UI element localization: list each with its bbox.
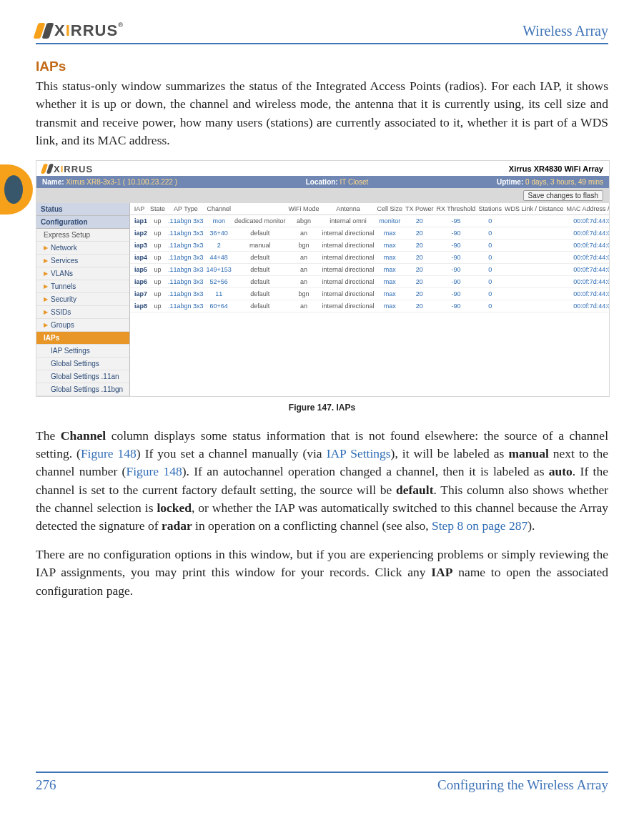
table-cell: internal directional	[320, 263, 375, 275]
expand-icon: ▶	[44, 257, 48, 264]
table-cell: default	[233, 227, 287, 239]
table-cell: 0	[477, 275, 503, 287]
uptime-value: 0 days, 3 hours, 49 mins	[525, 178, 603, 186]
table-cell: internal omni	[320, 215, 375, 227]
table-cell: max	[375, 263, 404, 275]
sidebar-item[interactable]: ▶VLANs	[36, 267, 129, 280]
table-cell: default	[233, 275, 287, 287]
iap-link[interactable]: iap3	[130, 239, 149, 251]
table-cell: an	[287, 227, 320, 239]
iap-settings-link[interactable]: IAP Settings	[327, 446, 391, 460]
figure-caption: Figure 147. IAPs	[36, 403, 608, 413]
iap-link[interactable]: iap7	[130, 287, 149, 300]
sidebar-item-label: Global Settings .11bgn	[51, 385, 123, 393]
table-cell: .11abgn 3x3	[167, 287, 205, 300]
table-cell: up	[149, 215, 167, 227]
table-cell	[503, 287, 565, 300]
table-cell: internal directional	[320, 251, 375, 263]
no-config-paragraph: There are no configuration options in th…	[36, 546, 608, 600]
logo-mark-icon	[42, 164, 52, 174]
table-cell	[503, 251, 565, 263]
table-cell: 00:0f:7d:44:03:21	[565, 239, 609, 251]
figure-148-link[interactable]: Figure 148	[126, 464, 182, 478]
table-cell: an	[287, 251, 320, 263]
name-label: Name:	[42, 178, 64, 186]
table-cell: -90	[435, 239, 477, 251]
sidebar-item[interactable]: Global Settings	[36, 358, 129, 370]
save-changes-button[interactable]: Save changes to flash	[523, 190, 603, 201]
sidebar-header-status[interactable]: Status	[36, 203, 129, 216]
expand-icon: ▶	[44, 309, 48, 315]
table-cell: max	[375, 227, 404, 239]
expand-icon: ▶	[44, 322, 48, 328]
table-column-header: Channel	[205, 203, 233, 215]
iap-link[interactable]: iap5	[130, 263, 149, 275]
table-cell: .11abgn 3x3	[167, 227, 205, 239]
table-cell: 00:0f:7d:44:03:01	[565, 215, 609, 227]
table-column-header: MAC Address / BSSID	[565, 203, 609, 215]
iap-link[interactable]: iap4	[130, 251, 149, 263]
table-cell: 44+48	[205, 251, 233, 263]
table-cell: -90	[435, 251, 477, 263]
table-cell: internal directional	[320, 287, 375, 300]
table-cell: up	[149, 287, 167, 300]
table-column-header: Cell Size	[375, 203, 404, 215]
table-cell: .11abgn 3x3	[167, 275, 205, 287]
sidebar-item[interactable]: Global Settings .11an	[36, 370, 129, 383]
table-cell: -90	[435, 227, 477, 239]
sidebar-item[interactable]: ▶Groups	[36, 319, 129, 332]
table-cell: 20	[404, 239, 435, 251]
step-8-link[interactable]: Step 8 on page 287	[432, 518, 527, 533]
sidebar-item[interactable]: ▶Services	[36, 255, 129, 267]
table-cell: max	[375, 300, 404, 312]
table-cell: internal directional	[320, 227, 375, 239]
iap-link[interactable]: iap2	[130, 227, 149, 239]
table-cell: manual	[233, 239, 287, 251]
sidebar-item-label: IAP Settings	[51, 347, 90, 355]
sidebar-item-label: IAPs	[44, 334, 59, 342]
sidebar-item-label: Services	[51, 257, 78, 265]
table-cell	[503, 215, 565, 227]
name-value[interactable]: Xirrus XR8-3x3-1 ( 10.100.23.222 )	[66, 178, 177, 186]
table-cell	[503, 227, 565, 239]
table-cell: 0	[477, 263, 503, 275]
sidebar-item[interactable]: ▶Security	[36, 293, 129, 306]
table-row: iap5up.11abgn 3x3149+153defaultaninterna…	[130, 263, 609, 275]
sidebar-item[interactable]: ▶Tunnels	[36, 280, 129, 293]
sidebar-item[interactable]: IAPs	[36, 332, 129, 345]
sidebar-item[interactable]: IAP Settings	[36, 345, 129, 358]
sidebar-header-config[interactable]: Configuration	[36, 216, 129, 229]
table-cell: 0	[477, 251, 503, 263]
table-column-header: IAP	[130, 203, 149, 215]
location-value[interactable]: IT Closet	[340, 178, 368, 186]
iap-link[interactable]: iap1	[130, 215, 149, 227]
table-cell: an	[287, 275, 320, 287]
sidebar-item-label: Network	[51, 244, 77, 252]
table-cell: -95	[435, 215, 477, 227]
sidebar-item-label: Global Settings .11an	[51, 373, 119, 380]
iap-link[interactable]: iap6	[130, 275, 149, 287]
table-cell: up	[149, 251, 167, 263]
table-cell	[503, 275, 565, 287]
table-cell: internal directional	[320, 275, 375, 287]
table-row: iap7up.11abgn 3x311defaultbgninternal di…	[130, 287, 609, 300]
page-number: 276	[36, 777, 56, 793]
expand-icon: ▶	[44, 245, 48, 251]
figure-148-link[interactable]: Figure 148	[81, 446, 137, 460]
table-cell: 00:0f:7d:44:03:11	[565, 227, 609, 239]
sidebar-item[interactable]: Express Setup	[36, 229, 129, 242]
table-cell: bgn	[287, 287, 320, 300]
table-row: iap3up.11abgn 3x32manualbgninternal dire…	[130, 239, 609, 251]
sidebar-item[interactable]: Global Settings .11bgn	[36, 383, 129, 396]
table-cell: bgn	[287, 239, 320, 251]
iap-link[interactable]: iap8	[130, 300, 149, 312]
table-cell: default	[233, 287, 287, 300]
page-footer: 276 Configuring the Wireless Array	[36, 772, 608, 793]
sidebar-item[interactable]: ▶SSIDs	[36, 306, 129, 319]
table-cell: internal directional	[320, 300, 375, 312]
expand-icon: ▶	[44, 283, 48, 290]
array-model-label: Xirrus XR4830 WiFi Array	[509, 164, 603, 173]
sidebar-item[interactable]: ▶Network	[36, 242, 129, 255]
table-column-header	[233, 203, 287, 215]
toolbar: Save changes to flash	[36, 188, 609, 203]
